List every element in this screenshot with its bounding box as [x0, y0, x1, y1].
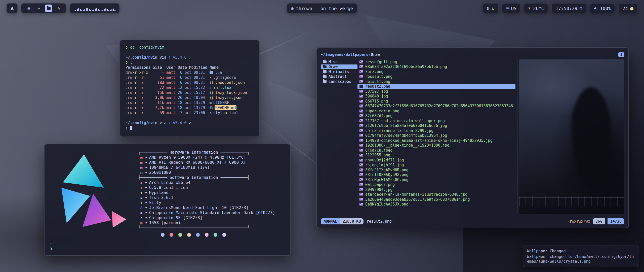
tab-badge[interactable]: 1: [618, 52, 624, 57]
info-row: ▢ ➜ 644x272: [138, 170, 275, 175]
file-row[interactable]: nnvuv0xj2df71.jpg: [357, 158, 515, 163]
file-row[interactable]: 587597.jpg: [357, 89, 515, 94]
file-type-icon: {}: [210, 91, 214, 94]
file-row[interactable]: 20492984.jpg: [357, 187, 515, 192]
file-row[interactable]: kurz.png: [357, 69, 515, 74]
file-row: .rw-r--r-- 51 matt 6 oct 00:31 ⌥.gitigno…: [126, 75, 254, 80]
file-row[interactable]: rsjqojlmjhf91.jpg: [357, 163, 515, 168]
file-row[interactable]: super-mario.png: [357, 109, 515, 114]
visualizer-bar: [92, 10, 93, 11]
file-row[interactable]: 68747470733a2f2f696d616765732d7769786d70…: [357, 104, 515, 109]
sidebar-folder-row[interactable]: Minimalist: [321, 69, 357, 74]
file-row[interactable]: 866715.png: [357, 99, 515, 104]
file-name: 3126f7e9bbf21a8a4af0b67b041c6e26.jpg: [365, 123, 447, 128]
image-file-icon: [359, 60, 363, 63]
image-file-icon: [359, 178, 363, 181]
file-list-column: ressdfgult.png 08a634fa02a32364f69ebc86a…: [357, 59, 515, 214]
breadcrumb-current-folder: Draw: [371, 52, 380, 57]
clock-module[interactable]: ◷ 17:50:29: [551, 3, 586, 13]
file-row[interactable]: chica-mirando-la-luna-8799.jpg: [357, 128, 515, 133]
info-text: 1558 (pacman): [149, 220, 181, 225]
file-row[interactable]: 87r687df.png: [357, 114, 515, 119]
file-row[interactable]: result2.png: [357, 84, 515, 89]
workspace-button[interactable]: [45, 5, 52, 12]
visualizer-bar: [101, 11, 102, 11]
sidebar-folder-row[interactable]: Misc: [321, 59, 357, 64]
file-row[interactable]: 0c794faf07de24a4db4d4fb1eb813964.jpg: [357, 133, 515, 138]
visualizer-bar: [77, 9, 78, 11]
image-file-icon: [359, 100, 363, 103]
file-row[interactable]: resssult.png: [357, 74, 515, 79]
file-row[interactable]: ressdfgult.png: [357, 59, 515, 64]
file-permissions: .rw-r--r--: [126, 75, 150, 80]
file-name: resssult.png: [365, 74, 392, 79]
file-row[interactable]: 08a634fa02a32364f69ebc86a98eb1eb.png: [357, 64, 515, 70]
file-name: stylua.toml: [213, 110, 238, 115]
file-date: 6 oct 00:31: [178, 70, 207, 75]
file-row[interactable]: 3122955.png: [357, 153, 515, 158]
info-icon: ◈: [138, 185, 145, 190]
launcher-button[interactable]: [7, 3, 18, 13]
file-row: .rw-r--r-- 11k matt 18 oct 13:29 ▤LICENS…: [126, 100, 254, 105]
info-row: ◈ ➜ 6.5.8-zen1-1-zen: [138, 185, 275, 190]
file-name: FXfcII0X0AQyn9X.png: [365, 173, 409, 177]
file-row[interactable]: 217167-sad-anime-rain-wallpaper.png: [357, 118, 515, 123]
arrow-icon: ➜: [145, 200, 147, 205]
workspace-button[interactable]: ✎: [55, 5, 62, 12]
sidebar-folder-row[interactable]: Abstract: [321, 74, 357, 79]
kitty-terminal-nvim-window[interactable]: ❯ cd .config/nvim ~/.config/nvim via ☾ v…: [119, 40, 260, 137]
yazi-file-manager-window[interactable]: ~/Imagenes/Wallpapers/ Draw 1 Misc Draw …: [316, 47, 629, 228]
keyboard-layout-module[interactable]: ⌨ US: [502, 3, 521, 13]
file-row: .rw-r--r-- 59 matt 7 oct 23:06 ⚙stylua.t…: [126, 110, 254, 115]
file-row[interactable]: 5a266e448add93deab367d87173e9f25-6837886…: [357, 197, 515, 202]
file-owner: matt: [167, 105, 176, 110]
module-value: 100%: [600, 6, 611, 11]
module-icon: ◷: [580, 6, 582, 11]
file-name: lazyvim.json: [215, 95, 243, 100]
workspace-button[interactable]: ✦: [35, 5, 43, 12]
wallpaper-notification[interactable]: Wallpaper Changed Wallpaper changed to /…: [523, 246, 639, 267]
file-type-icon: Ⓜ: [210, 106, 213, 110]
image-file-icon: [359, 65, 363, 68]
arrow-icon: ➜: [145, 165, 147, 170]
file-row[interactable]: 154928-odinokoe_anime-art-anime-okno-sin…: [357, 138, 515, 143]
file-row[interactable]: re1sult.png: [357, 79, 515, 84]
file-row[interactable]: 8FKa7Cu.jpeg: [357, 148, 515, 153]
sidebar-folder-row[interactable]: Draw: [321, 64, 357, 70]
file-owner: matt: [167, 110, 176, 115]
file-row[interactable]: atardecer-en-la-montanas-ilustracion-634…: [357, 192, 515, 197]
notifications-module[interactable]: 24: [618, 3, 637, 13]
file-row[interactable]: EeNKYgIUcAAJ5JX.png: [357, 202, 515, 207]
temperature-module[interactable]: ☀ 26°C: [524, 3, 548, 13]
file-row[interactable]: 19201080-__blue-tinge__-1920×1080.jpg: [357, 143, 515, 148]
file-row[interactable]: FXfcJlTXgAMvH6R.png: [357, 167, 515, 173]
section-footer: └───────────────────────────────────────…: [138, 225, 275, 230]
folder-name: Draw: [329, 64, 338, 69]
file-row: .rw-r--r-- 72 matt 12 oct 15:32 ☾init.lu…: [126, 85, 254, 90]
volume-module[interactable]: 100%: [590, 3, 615, 13]
file-name: LICENSE: [213, 100, 229, 105]
file-row: .rw-r--r-- 15k matt 26 oct 15:17 {}lazy-…: [126, 90, 254, 95]
file-owner: matt: [167, 90, 176, 95]
file-row[interactable]: FXfcII0X0AQyn9X.png: [357, 173, 515, 178]
file-name: FXfcHgcWIAMzs0G.png: [365, 178, 409, 182]
shell-command-line: ❯ l: [126, 60, 254, 65]
sidebar-folder-row[interactable]: Landscapes: [321, 79, 357, 84]
file-row[interactable]: FXfcHgcWIAMzs0G.png: [357, 177, 515, 182]
file-row[interactable]: wallpaper.png: [357, 182, 515, 187]
visualizer-bar: [104, 9, 105, 11]
fastfetch-terminal-window[interactable]: ┌─────────── Hardware Information ──────…: [44, 144, 291, 256]
file-permissions: .rw-r--r--: [126, 105, 150, 110]
active-window-module[interactable]: ◉ thrown - on the verge: [287, 3, 357, 13]
file-name: 866715.png: [365, 99, 388, 104]
visualizer-bar: [105, 8, 106, 11]
workspace-button[interactable]: ◉: [25, 5, 33, 12]
updates-module[interactable]: ↻ 0: [483, 3, 499, 13]
launcher-icon: [10, 6, 14, 11]
file-row[interactable]: 3126f7e9bbf21a8a4af0b67b041c6e26.jpg: [357, 123, 515, 128]
info-icon: ▥: [138, 220, 145, 225]
window-title: thrown - on the verge: [296, 6, 353, 11]
image-file-icon: [359, 168, 363, 172]
file-row[interactable]: 596848.jpg: [357, 94, 515, 99]
arrow-icon: ➜: [145, 190, 147, 195]
